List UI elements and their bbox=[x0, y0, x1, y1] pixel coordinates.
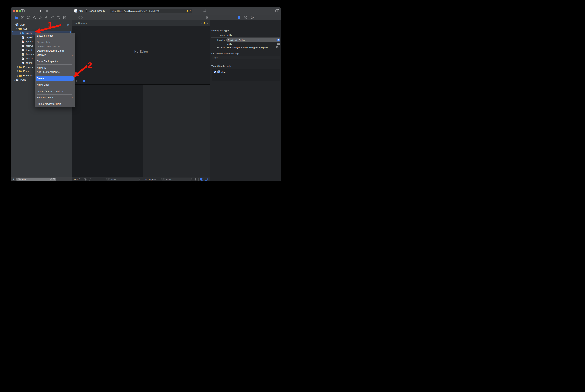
name-label: Name bbox=[210, 34, 225, 36]
run-button[interactable] bbox=[40, 10, 42, 12]
clear-console-trash-icon[interactable] bbox=[195, 178, 197, 181]
open-path-arrow-icon[interactable] bbox=[276, 46, 279, 48]
issue-warning-icon[interactable] bbox=[203, 22, 206, 24]
disclosure-chevron[interactable]: ❯ bbox=[16, 70, 19, 73]
go-forward-icon[interactable] bbox=[81, 16, 83, 19]
tree-item-app[interactable]: ❯AppM bbox=[11, 23, 72, 27]
menu-item-open-in-new-window: Open in New Window bbox=[35, 44, 75, 48]
activity-status[interactable]: App | Build App: Succeeded | 1/4/21 at 5… bbox=[110, 9, 192, 13]
breakpoints-toggle-icon[interactable] bbox=[83, 80, 86, 82]
menu-item-project-navigator-help[interactable]: Project Navigator Help bbox=[35, 102, 75, 106]
previous-issue-icon[interactable]: ‹ bbox=[201, 22, 202, 24]
report-navigator-tab[interactable] bbox=[63, 16, 66, 19]
disclosure-chevron[interactable]: ❯ bbox=[13, 24, 16, 26]
disclosure-chevron[interactable]: ❯ bbox=[16, 74, 19, 77]
source-control-navigator-tab[interactable] bbox=[21, 16, 24, 19]
tree-item-label: App bbox=[20, 24, 24, 26]
menu-item-label: New Folder bbox=[37, 83, 49, 87]
folder-blue-icon bbox=[22, 32, 25, 34]
console-filter-field[interactable] bbox=[161, 178, 192, 181]
symbol-navigator-tab[interactable] bbox=[27, 16, 30, 19]
name-value[interactable]: public bbox=[227, 34, 232, 36]
add-button[interactable] bbox=[197, 10, 200, 12]
menu-item-add-files-to-public[interactable]: Add Files to “public”… bbox=[35, 70, 75, 74]
target-membership-list: App bbox=[212, 69, 280, 81]
target-row-app[interactable]: App bbox=[212, 69, 280, 74]
checkbox-checked-icon[interactable] bbox=[213, 71, 216, 74]
filter-icon bbox=[17, 178, 20, 180]
go-back-icon[interactable] bbox=[78, 16, 80, 19]
source-control-status-icon[interactable] bbox=[53, 178, 55, 180]
json-file-icon bbox=[22, 62, 25, 64]
toggle-left-sidebar-icon[interactable] bbox=[21, 9, 24, 12]
disclosure-chevron[interactable]: ❯ bbox=[19, 32, 22, 34]
related-items-icon[interactable] bbox=[73, 16, 76, 19]
tree-item-app[interactable]: ❯App bbox=[11, 27, 72, 31]
disclosure-chevron[interactable]: ❯ bbox=[16, 28, 19, 30]
menu-separator bbox=[36, 82, 72, 82]
toggle-variables-view-icon[interactable] bbox=[200, 178, 203, 180]
menu-item-find-in-selected-folders[interactable]: Find in Selected Folders… bbox=[35, 89, 75, 93]
navigator-filter-field[interactable] bbox=[16, 178, 56, 181]
warning-icon[interactable] bbox=[186, 10, 189, 12]
minimize-window-button[interactable] bbox=[16, 10, 18, 12]
tree-item-label: config. bbox=[26, 62, 33, 64]
disclosure-chevron[interactable]: ❯ bbox=[13, 79, 16, 81]
menu-item-open-with-external-editor[interactable]: Open with External Editor bbox=[35, 48, 75, 53]
console-filter-input[interactable] bbox=[166, 178, 191, 181]
history-inspector-tab[interactable] bbox=[244, 16, 247, 19]
menu-item-show-in-finder[interactable]: Show in Finder bbox=[35, 34, 75, 38]
menu-item-source-control[interactable]: Source Control❯ bbox=[35, 96, 75, 100]
stop-button[interactable] bbox=[46, 10, 48, 12]
menu-item-new-file[interactable]: New File bbox=[35, 66, 75, 70]
debug-navigator-tab[interactable] bbox=[51, 16, 54, 19]
tags-input[interactable] bbox=[212, 56, 280, 59]
debug-view-icon[interactable] bbox=[76, 80, 79, 82]
location-select[interactable]: Relative to Project bbox=[226, 38, 280, 42]
console-scope-select[interactable]: All Output bbox=[145, 178, 156, 180]
no-editor-placeholder: No Editor bbox=[134, 50, 148, 54]
code-review-icon[interactable] bbox=[203, 10, 207, 12]
file-inspector-tab[interactable] bbox=[238, 16, 241, 19]
toggle-console-view-icon[interactable] bbox=[205, 178, 207, 180]
quicklook-eye-icon[interactable] bbox=[84, 178, 87, 180]
add-file-button[interactable]: + bbox=[11, 177, 16, 182]
target-name: App bbox=[221, 71, 225, 73]
test-navigator-tab[interactable] bbox=[45, 16, 48, 19]
divider bbox=[211, 52, 280, 52]
variables-scope-select[interactable]: Auto bbox=[74, 178, 80, 180]
menu-separator bbox=[36, 101, 72, 101]
disclosure-chevron[interactable]: ❯ bbox=[16, 66, 19, 68]
scheme-breadcrumb[interactable]: App › Dan's iPhone SE bbox=[74, 7, 106, 15]
tree-item-label: App bbox=[23, 28, 27, 30]
project-navigator-tab[interactable] bbox=[15, 16, 18, 19]
info-icon[interactable] bbox=[89, 178, 91, 180]
menu-item-open-as[interactable]: Open As❯ bbox=[35, 53, 75, 57]
menu-item-delete[interactable]: Delete bbox=[36, 76, 74, 80]
console-view[interactable] bbox=[143, 85, 210, 177]
find-navigator-tab[interactable] bbox=[33, 16, 36, 19]
toggle-inspector-icon[interactable] bbox=[275, 9, 279, 12]
menu-item-new-folder[interactable]: New Folder bbox=[35, 83, 75, 87]
menu-item-show-file-inspector[interactable]: Show File Inspector bbox=[35, 59, 75, 64]
menu-item-label: Delete bbox=[37, 76, 44, 80]
variables-filter-field[interactable] bbox=[106, 178, 140, 181]
select-stepper-icon[interactable] bbox=[277, 39, 280, 42]
add-editor-icon[interactable] bbox=[205, 16, 208, 19]
next-issue-icon[interactable]: › bbox=[207, 22, 208, 24]
folder-icon bbox=[19, 74, 22, 77]
variables-filter-input[interactable] bbox=[111, 178, 138, 181]
fullpath-label: Full Path bbox=[210, 46, 225, 48]
help-inspector-tab[interactable]: ? bbox=[251, 16, 254, 19]
close-window-button[interactable] bbox=[12, 10, 15, 12]
navigator-filter-input[interactable] bbox=[21, 178, 49, 181]
choose-folder-icon[interactable] bbox=[277, 42, 280, 45]
swift-file-icon bbox=[22, 40, 25, 43]
editor-jump-bar[interactable]: No Selection ‹ › bbox=[72, 20, 210, 26]
inspector-splitter[interactable] bbox=[210, 15, 210, 182]
recent-files-icon[interactable] bbox=[50, 178, 52, 180]
location-secondary-value: public bbox=[227, 43, 232, 45]
xcode-project-icon bbox=[16, 23, 19, 26]
breakpoint-navigator-tab[interactable] bbox=[57, 16, 60, 19]
issue-navigator-tab[interactable] bbox=[39, 16, 42, 19]
